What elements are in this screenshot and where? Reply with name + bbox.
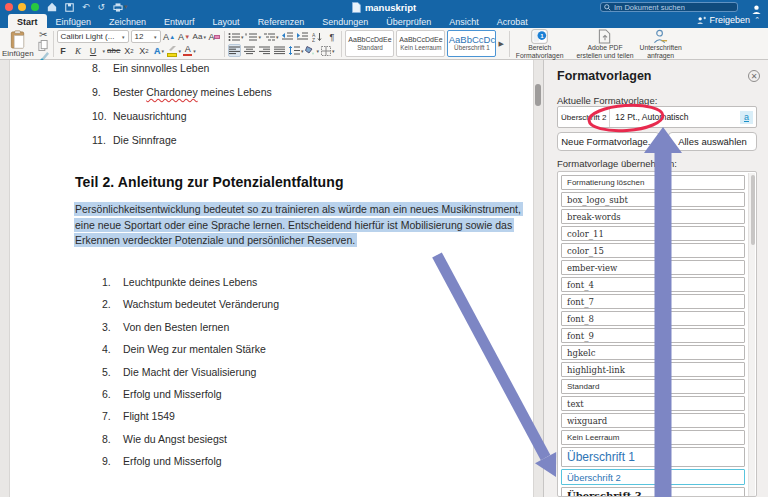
select-all-button[interactable]: Alles auswählen [668, 132, 757, 151]
style-list-item[interactable]: font_9 [561, 328, 745, 343]
borders-button[interactable]: ▾ [321, 44, 335, 57]
undo-icon[interactable]: ↶ [82, 0, 90, 14]
selected-paragraph: Persönlichkeitsentwicklung bedeutet so z… [74, 202, 523, 249]
list-number: 8. [102, 433, 123, 455]
shading-button[interactable]: ▾ [305, 44, 319, 57]
minimize-window-button[interactable] [18, 3, 26, 11]
tab-sendungen[interactable]: Sendungen [313, 14, 377, 28]
bold-button[interactable]: F [57, 44, 70, 57]
style-list-scroll-thumb[interactable] [751, 175, 755, 245]
gallery-style-kein-leerraum[interactable]: AaBbCcDdEeKein Leerraum [396, 30, 445, 57]
home-icon[interactable] [47, 2, 57, 12]
style-gallery: AaBbCcDdEeStandardAaBbCcDdEeKein Leerrau… [345, 30, 496, 57]
font-size-value: 12 [135, 32, 144, 41]
cut-button[interactable]: ✂ [37, 29, 50, 40]
document-scrollbar[interactable] [535, 84, 541, 106]
style-list-item[interactable]: Kein Leerraum [561, 430, 745, 445]
underline-button[interactable]: U [87, 44, 100, 57]
gallery-style-standard[interactable]: AaBbCcDdEeStandard [345, 30, 394, 57]
change-case-button[interactable]: Aa▾ [193, 30, 206, 43]
style-preview-toggle[interactable]: a [740, 111, 753, 124]
close-window-button[interactable] [5, 3, 13, 11]
share-button[interactable]: Freigeben ⌃ [696, 15, 760, 25]
style-list-item[interactable]: box_logo_subt [561, 192, 745, 207]
style-list-item[interactable]: highlight-link [561, 362, 745, 377]
style-list-item[interactable]: ember-view [561, 260, 745, 275]
font-color-button[interactable]: A▾ [183, 44, 196, 57]
styles-pane-button[interactable]: 1 Bereich Formatvorlagen [513, 28, 567, 59]
tab-einfügen[interactable]: Einfügen [47, 14, 101, 28]
document-page[interactable]: 8.Ein sinnvolles Leben9.Bester Chardoney… [9, 60, 534, 497]
list-number: 2. [102, 298, 123, 320]
decrease-indent-button[interactable] [280, 30, 293, 43]
apply-style-label: Formatvorlage übernehmen: [557, 158, 677, 169]
line-spacing-button[interactable]: ▾ [288, 44, 304, 57]
sort-button[interactable]: AZ [310, 30, 323, 43]
style-list-item[interactable]: Überschrift 3 [561, 487, 745, 497]
current-style-label: Aktuelle Formatvorlage: [557, 95, 657, 106]
align-center-button[interactable] [243, 44, 256, 57]
align-left-button[interactable] [228, 44, 241, 57]
adobe-pdf-button[interactable]: Adobe PDF erstellen und teilen [573, 28, 636, 59]
highlight-color-button[interactable]: ▾ [167, 44, 181, 57]
close-panel-icon[interactable]: ✕ [748, 70, 760, 82]
save-icon[interactable] [65, 3, 74, 12]
justify-button[interactable] [273, 44, 286, 57]
paste-label: Einfügen [2, 49, 34, 58]
style-list-item-selected[interactable]: Überschrift 2 [561, 469, 745, 485]
font-size-select[interactable]: 12▾ [131, 30, 161, 43]
shrink-font-button[interactable]: A▼ [178, 30, 191, 43]
paste-button[interactable]: Einfügen [2, 30, 34, 58]
copy-button[interactable] [37, 40, 50, 51]
increase-indent-button[interactable] [295, 30, 308, 43]
show-paragraph-marks-button[interactable]: ¶ [325, 30, 338, 43]
multilevel-list-button[interactable]: ▾ [263, 30, 279, 43]
subscript-button[interactable]: X2 [122, 44, 135, 57]
text-effects-button[interactable]: A▾ [152, 44, 165, 57]
gallery-more-icon[interactable]: ▶ [498, 40, 503, 48]
style-list-item[interactable]: font_7 [561, 294, 745, 309]
redo-icon[interactable]: ↺ [98, 0, 106, 14]
tab-überprüfen[interactable]: Überprüfen [377, 14, 440, 28]
search-input[interactable]: Im Dokument suchen [600, 2, 738, 12]
grow-font-button[interactable]: A▲ [163, 30, 176, 43]
tab-referenzen[interactable]: Referenzen [249, 14, 314, 28]
style-list-item[interactable]: font_8 [561, 311, 745, 326]
style-list-item[interactable]: Überschrift 1 [561, 447, 745, 467]
list-number: 4. [102, 343, 123, 365]
collapse-ribbon-icon[interactable]: ⌃ [754, 16, 760, 24]
tab-start[interactable]: Start [8, 14, 47, 28]
tab-zeichnen[interactable]: Zeichnen [100, 14, 155, 28]
tab-layout[interactable]: Layout [204, 14, 249, 28]
gallery-style-überschrift-1[interactable]: AaBbCcDcÜberschrift 1 [447, 30, 496, 57]
style-list-item[interactable]: Formatierung löschen [561, 175, 745, 190]
style-list-item[interactable]: color_15 [561, 243, 745, 258]
tab-acrobat[interactable]: Acrobat [488, 14, 537, 28]
font-name-select[interactable]: Calibri Light (...▾ [57, 30, 129, 43]
style-list-item[interactable]: break-words [561, 209, 745, 224]
clear-formatting-button[interactable]: A [208, 30, 221, 43]
style-list-item[interactable]: text [561, 396, 745, 411]
bullet-list-button[interactable]: ▾ [228, 30, 244, 43]
toolbar-options-caret-icon[interactable]: ▾ [124, 0, 128, 14]
selected-text-line: Erkennen verdeckter Potenziale und persö… [74, 233, 523, 249]
tab-entwurf[interactable]: Entwurf [155, 14, 204, 28]
list-number: 3. [102, 321, 123, 343]
style-list-item[interactable]: hgkelc [561, 345, 745, 360]
strikethrough-button[interactable]: abe [107, 44, 120, 57]
new-style-button[interactable]: Neue Formatvorlage... [557, 132, 660, 151]
italic-button[interactable]: K [72, 44, 85, 57]
request-signatures-button[interactable]: Unterschriften anfragen [637, 28, 685, 59]
numbered-list-button[interactable]: ▾ [245, 30, 261, 43]
style-list-item[interactable]: Standard [561, 379, 745, 394]
print-icon[interactable] [113, 3, 123, 12]
style-list-item[interactable]: wixguard [561, 413, 745, 428]
superscript-button[interactable]: X2 [137, 44, 150, 57]
zoom-window-button[interactable] [31, 3, 39, 11]
style-list-item[interactable]: color_11 [561, 226, 745, 241]
list-number: 6. [102, 388, 123, 410]
style-list-item[interactable]: font_4 [561, 277, 745, 292]
align-right-button[interactable] [258, 44, 271, 57]
tab-ansicht[interactable]: Ansicht [440, 14, 488, 28]
current-style-field[interactable]: Überschrift 2 12 Pt., Automatisch a [557, 106, 757, 128]
